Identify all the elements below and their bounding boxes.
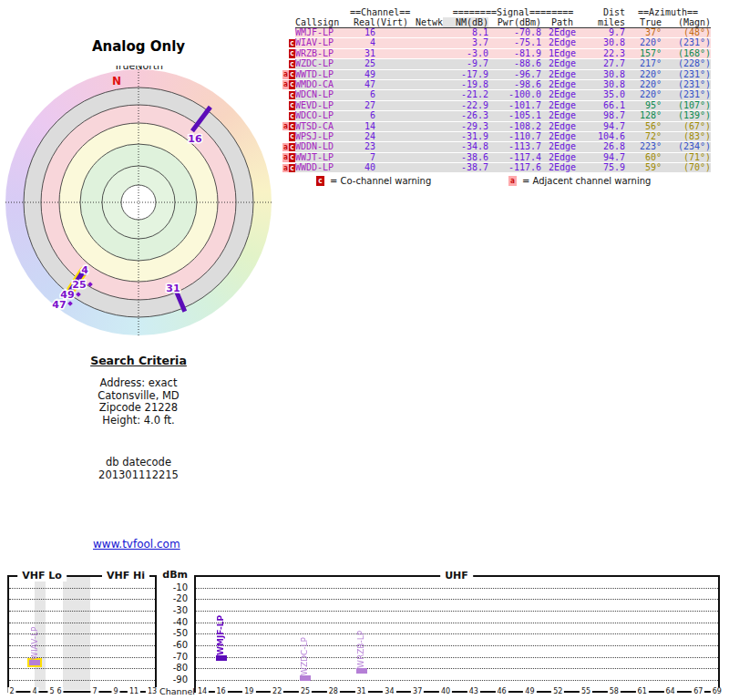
callsign-cell: WEVD-LP: [295, 101, 350, 110]
gridline: [9, 680, 155, 681]
network-cell: [406, 80, 443, 89]
gridline: [196, 588, 718, 589]
search-address: Address: exact: [56, 377, 221, 390]
warning-flags-cell: ac: [282, 163, 295, 172]
channel-tick-label: 69: [711, 687, 724, 695]
distance-cell: 9.7: [583, 28, 625, 37]
power-cell: -108.2: [488, 122, 541, 131]
distance-cell: 26.8: [583, 142, 625, 151]
gridline: [196, 657, 718, 658]
azimuth-magnetic-cell: (139°): [662, 111, 711, 120]
spacer: [282, 7, 295, 17]
noise-margin-cell: -21.2: [443, 90, 488, 99]
table-row: acWTSD-CA14-29.3-108.22Edge94.756°(67°): [282, 122, 714, 131]
azimuth-true-cell: 220°: [625, 90, 662, 99]
network-cell: [406, 132, 443, 141]
virtual-channel-cell: [375, 49, 406, 58]
power-cell: -105.1: [488, 111, 541, 120]
power-cell: -98.6: [488, 80, 541, 89]
station-label: WMJF-LP: [215, 612, 227, 655]
noise-margin-cell: -38.7: [443, 163, 488, 172]
azimuth-true-cell: 59°: [625, 163, 662, 172]
distance-cell: 66.1: [583, 101, 625, 110]
network-cell: [406, 28, 443, 37]
azimuth-true-cell: 220°: [625, 70, 662, 79]
real-channel-cell: 6: [350, 111, 375, 120]
real-channel-cell: 49: [350, 70, 375, 79]
azimuth-true-cell: 60°: [625, 153, 662, 162]
channel-tick-label: 37: [411, 687, 424, 695]
signal-table-rows: WMJF-LP168.1-70.82Edge9.737°(48°)cWIAV-L…: [282, 28, 714, 172]
search-criteria: Search Criteria Address: exact Catonsvil…: [56, 354, 221, 481]
channel-tick-label: 25: [299, 687, 312, 695]
warning-flags-cell: ac: [282, 122, 295, 131]
azimuth-magnetic-cell: (107°): [662, 101, 711, 110]
co-channel-warning-badge: c: [289, 122, 295, 131]
channel-tick-label: 46: [496, 687, 508, 695]
channel-tick-label: 16: [214, 687, 227, 695]
real-channel-cell: 27: [350, 101, 375, 110]
gridline: [196, 633, 718, 634]
table-row: acWDDN-LD23-34.8-113.72Edge26.8223°(234°…: [282, 142, 714, 151]
azimuth-magnetic-cell: (234°): [662, 142, 711, 151]
noise-margin-cell: 3.7: [443, 38, 488, 47]
radar-marker-label: 47: [52, 299, 66, 311]
db-datecode-value: 201301112215: [56, 469, 221, 482]
real-channel-cell: 25: [350, 59, 375, 68]
power-cell: -101.7: [488, 101, 541, 110]
channel-group-header: ==Channel==: [350, 7, 406, 17]
callsign-cell: WMJF-LP: [295, 28, 350, 37]
search-height: Height: 4.0 ft.: [56, 415, 221, 427]
tvfool-link[interactable]: www.tvfool.com: [93, 538, 180, 551]
virtual-channel-cell: [375, 142, 406, 151]
callsign-cell: WDCO-LP: [295, 111, 350, 120]
path-cell: 2Edge: [541, 101, 583, 110]
radar-marker-label: 16: [188, 133, 202, 145]
warning-flags-cell: ac: [282, 80, 295, 89]
network-cell: [406, 49, 443, 58]
callsign-cell: WWJT-LP: [295, 153, 350, 162]
network-cell: [406, 142, 443, 151]
path-cell: 2Edge: [541, 132, 583, 141]
gridline: [9, 599, 155, 600]
station-label: WRZB-LP: [355, 624, 367, 668]
station-bar: [216, 655, 227, 661]
distance-cell: 75.9: [583, 163, 625, 172]
adjacent-warning-badge: a: [282, 122, 289, 131]
dbm-tick-label: -70: [160, 652, 188, 662]
azimuth-magnetic-cell: (228°): [662, 59, 711, 68]
adjacent-warning-badge: a: [282, 70, 289, 79]
real-channel-cell: 4: [350, 38, 375, 47]
distance-cell: 104.6: [583, 132, 625, 141]
noise-margin-cell: -9.7: [443, 59, 488, 68]
power-cell: -117.4: [488, 153, 541, 162]
dbm-tick-label: -90: [160, 674, 188, 685]
dbm-tick-label: -40: [160, 617, 188, 627]
path-cell: 2Edge: [541, 163, 583, 172]
noise-margin-cell: -19.8: [443, 80, 488, 89]
callsign-cell: WZDC-LP: [295, 59, 350, 68]
azimuth-true-cell: 72°: [625, 132, 662, 141]
dbm-tick-label: -10: [160, 582, 188, 592]
dbm-tick-label: -60: [160, 640, 188, 650]
co-channel-warning-badge: c: [289, 112, 295, 121]
warning-flags-cell: [282, 28, 295, 37]
azimuth-true-cell: 56°: [625, 122, 662, 131]
noise-margin-cell: -34.8: [443, 142, 488, 151]
path-cell: 2Edge: [541, 70, 583, 79]
channel-tick-label: 9: [111, 687, 119, 695]
table-row: cWPSJ-LP24-31.9-110.72Edge104.672°(83°): [282, 132, 714, 141]
azimuth-magnetic-cell: (231°): [662, 70, 711, 79]
adjacent-warning-badge: a: [282, 80, 289, 89]
virtual-channel-cell: [375, 101, 406, 110]
callsign-cell: WDCN-LP: [295, 90, 350, 99]
co-channel-warning-badge: c: [289, 80, 295, 89]
channel-tick-label: 14: [196, 687, 209, 695]
channel-tick-label: 31: [354, 687, 367, 695]
radar-title: Analog Only: [47, 38, 230, 55]
table-row: WMJF-LP168.1-70.82Edge9.737°(48°): [282, 28, 714, 37]
power-cell: -70.8: [488, 28, 541, 37]
real-channel-cell: 40: [350, 163, 375, 172]
channel-tick-label: 58: [608, 687, 621, 695]
spacer: [282, 17, 295, 28]
